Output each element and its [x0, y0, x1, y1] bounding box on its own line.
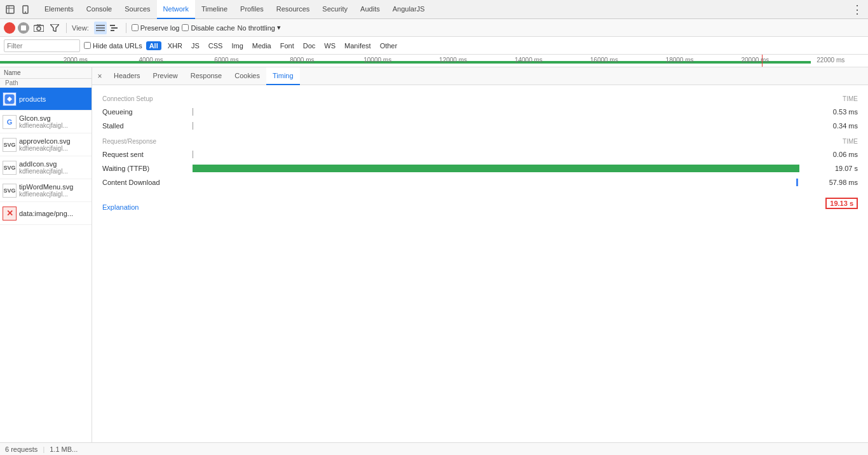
file-list-header: Name	[0, 67, 92, 79]
gicon-file-icon: G	[3, 115, 17, 129]
tab-headers[interactable]: Headers	[107, 67, 147, 85]
tab-timing[interactable]: Timing	[266, 67, 300, 85]
ruler-label-6000: 6000 ms	[214, 57, 238, 64]
filter-type-manifest[interactable]: Manifest	[342, 41, 374, 50]
inspect-icon[interactable]	[3, 2, 18, 17]
tab-timeline[interactable]: Timeline	[195, 0, 234, 19]
approve-file-icon: SVG	[3, 138, 17, 152]
explanation-link[interactable]: Explanation	[102, 203, 139, 211]
filter-all-badge[interactable]: All	[146, 41, 161, 50]
products-filename: products	[19, 95, 46, 103]
main-area: Name Path products G GIcon.svg kdfieneak…	[0, 67, 868, 442]
svg-rect-14	[111, 27, 118, 29]
ruler-label-18000: 18000 ms	[666, 57, 694, 64]
stalled-bar	[191, 122, 801, 130]
view-label: View:	[72, 24, 89, 32]
devtools-tab-bar: Elements Console Sources Network Timelin…	[0, 0, 868, 19]
throttle-select[interactable]: No throttling ▾	[238, 24, 281, 32]
filter-type-css[interactable]: CSS	[206, 41, 226, 50]
tab-preview[interactable]: Preview	[147, 67, 184, 85]
ttfb-green-bar	[193, 165, 799, 172]
hide-data-urls-checkbox[interactable]	[84, 42, 91, 49]
timing-footer: Explanation 19.13 s	[102, 196, 858, 211]
filter-type-js[interactable]: JS	[189, 41, 202, 50]
disable-cache-label: Disable cache	[191, 24, 234, 32]
add-filepath: kdfieneakcjfaigl...	[19, 168, 68, 175]
tab-angularjs[interactable]: AngularJS	[386, 0, 431, 19]
tab-audits[interactable]: Audits	[354, 0, 386, 19]
disable-cache-group: Disable cache	[182, 24, 234, 32]
ruler-label-22000: 22000 ms	[817, 57, 844, 64]
connection-time-header: TIME	[843, 95, 858, 102]
file-item-dataimage[interactable]: ✕ data:image/png...	[0, 202, 92, 225]
filter-type-doc[interactable]: Doc	[301, 41, 318, 50]
throttle-arrow-icon: ▾	[277, 24, 281, 32]
tab-sources[interactable]: Sources	[118, 0, 156, 19]
waiting-ttfb-row: Waiting (TTFB) 19.07 s	[102, 161, 858, 175]
name-column-header: Name	[4, 69, 88, 76]
list-view-button[interactable]	[94, 22, 107, 34]
file-item-products[interactable]: products	[0, 88, 92, 111]
file-item-gicon[interactable]: G GIcon.svg kdfieneakcjfaigl...	[0, 111, 92, 133]
content-download-bar	[191, 179, 801, 186]
svg-rect-0	[6, 6, 14, 13]
stop-button[interactable]	[18, 22, 29, 34]
path-column-header: Path	[0, 79, 92, 88]
products-file-icon	[3, 92, 17, 106]
connection-setup-label: Connection Setup	[102, 95, 153, 102]
tab-security[interactable]: Security	[316, 0, 354, 19]
device-icon[interactable]	[18, 2, 33, 17]
camera-icon[interactable]	[32, 24, 46, 32]
filter-type-ws[interactable]: WS	[322, 41, 338, 50]
content-download-row: Content Download 57.98 ms	[102, 175, 858, 189]
filter-type-other[interactable]: Other	[377, 41, 400, 50]
svg-marker-8	[37, 24, 41, 25]
add-filename: addIcon.svg	[19, 160, 68, 168]
filter-input[interactable]	[4, 39, 80, 52]
throttle-label: No throttling	[238, 24, 275, 32]
detail-close-button[interactable]: ×	[95, 71, 105, 81]
ruler-label-2000: 2000 ms	[64, 57, 88, 64]
preserve-log-checkbox[interactable]	[132, 24, 139, 31]
queueing-label: Queueing	[102, 108, 191, 116]
approve-file-info: approveIcon.svg kdfieneakcjfaigl...	[19, 137, 71, 152]
request-response-label: Request/Response	[102, 138, 156, 145]
timing-panel: × Headers Preview Response Cookies Timin…	[92, 67, 868, 442]
tab-console[interactable]: Console	[80, 0, 118, 19]
filter-type-xhr[interactable]: XHR	[165, 41, 185, 50]
approve-filepath: kdfieneakcjfaigl...	[19, 145, 71, 152]
filter-icon[interactable]	[48, 24, 61, 32]
tipword-filename: tipWordMenu.svg	[19, 183, 73, 191]
connection-setup-header: Connection Setup TIME	[102, 90, 858, 105]
ruler-label-20000: 20000 ms	[741, 57, 769, 64]
filter-type-img[interactable]: Img	[229, 41, 245, 50]
tab-cookies[interactable]: Cookies	[228, 67, 266, 85]
tab-network[interactable]: Network	[157, 0, 195, 19]
tab-elements[interactable]: Elements	[38, 0, 80, 19]
svg-rect-5	[21, 25, 26, 31]
ruler-label-8000: 8000 ms	[290, 57, 314, 64]
more-tabs-button[interactable]: ⋮	[849, 3, 865, 17]
tab-profiles[interactable]: Profiles	[234, 0, 270, 19]
waterfall-view-button[interactable]	[108, 22, 121, 34]
file-item-approve[interactable]: SVG approveIcon.svg kdfieneakcjfaigl...	[0, 133, 92, 156]
svg-point-7	[37, 27, 41, 31]
content-download-value: 57.98 ms	[801, 179, 858, 186]
dataimage-file-icon: ✕	[3, 207, 17, 221]
filter-type-font[interactable]: Font	[278, 41, 297, 50]
tab-resources[interactable]: Resources	[270, 0, 316, 19]
timing-content: Connection Setup TIME Queueing 0.53 ms S…	[92, 85, 868, 216]
view-buttons	[94, 22, 121, 34]
gicon-filename: GIcon.svg	[19, 114, 68, 122]
file-item-add[interactable]: SVG addIcon.svg kdfieneakcjfaigl...	[0, 156, 92, 179]
file-item-tipword[interactable]: SVG tipWordMenu.svg kdfieneakcjfaigl...	[0, 179, 92, 202]
ruler-label-10000: 10000 ms	[363, 57, 391, 64]
tipword-file-icon: SVG	[3, 184, 17, 198]
timeline-ruler: 2000 ms 4000 ms 6000 ms 8000 ms 10000 ms…	[0, 55, 868, 67]
ruler-label-4000: 4000 ms	[139, 57, 163, 64]
tab-response[interactable]: Response	[184, 67, 229, 85]
record-button[interactable]	[4, 22, 15, 34]
svg-rect-13	[110, 25, 115, 26]
filter-type-media[interactable]: Media	[250, 41, 274, 50]
disable-cache-checkbox[interactable]	[182, 24, 189, 31]
